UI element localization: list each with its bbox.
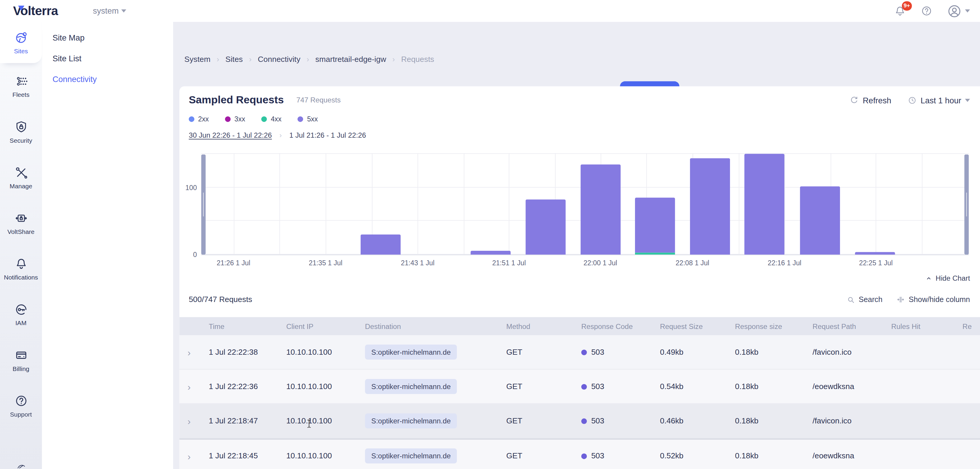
chart-bar[interactable] [855,252,895,255]
response-code-value: 503 [591,451,604,460]
rail-item-billing[interactable]: Billing [0,337,42,383]
tenant-label: system [93,6,119,16]
legend-item-2xx[interactable]: 2xx [189,115,209,123]
rail-item-label: Fleets [13,91,30,98]
legend-label: 5xx [307,115,318,123]
brush-handle-right[interactable] [964,155,969,255]
column-header-rules-hit[interactable]: Rules Hit [891,322,963,330]
table-toolbar: 500/747 Requests Search Show/hide column [189,295,970,304]
bar-segment-5xx [690,158,730,255]
top-header: Volterra system 9+ [0,0,980,22]
column-header-request-size[interactable]: Request Size [660,322,735,330]
tenant-selector[interactable]: system [93,6,126,16]
destination-pill[interactable]: S:optiker-michelmann.de [365,448,457,463]
bar-segment-5xx [855,252,895,255]
previous-range-link[interactable]: 30 Jun 22:26 - 1 Jul 22:26 [189,131,272,139]
chart-bar[interactable] [745,154,784,255]
requests-count-label: 500/747 Requests [189,295,252,304]
chart-bar[interactable] [800,186,840,255]
brush-handle-left[interactable] [201,155,206,255]
cell-destination[interactable]: S:optiker-michelmann.de [365,413,506,428]
notifications-bell-button[interactable]: 9+ [894,5,906,17]
chevron-up-icon [925,274,932,282]
chart-bar[interactable] [690,158,730,255]
chart-date-ranges: 30 Jun 22:26 - 1 Jul 22:26 › 1 Jul 21:26… [189,131,366,139]
rail-item-manage[interactable]: Manage [0,155,42,200]
status-dot-icon [581,384,587,389]
rail-item-label: Manage [10,182,32,189]
expand-row-chevron-icon[interactable]: › [188,381,209,392]
cell-request-path: /favicon.ico [813,348,891,356]
column-header-re[interactable]: Re [963,322,980,330]
breadcrumb-sites[interactable]: Sites [226,55,243,64]
chart-bar[interactable] [526,199,566,255]
user-menu-button[interactable] [947,3,970,19]
table-row[interactable]: ›1 Jul 22:18:4510.10.10.100S:optiker-mic… [179,439,980,469]
clock-icon [907,95,917,105]
share-lock-icon [14,211,28,225]
destination-pill[interactable]: S:optiker-michelmann.de [365,413,457,428]
x-axis-label: 22:16 1 Jul [768,259,802,266]
rail-item-security[interactable]: Security [0,109,42,155]
cell-response-size: 0.18kb [735,416,813,426]
sidebar-item-site-list[interactable]: Site List [42,48,173,69]
table-row[interactable]: ›1 Jul 22:18:4710.10.10.100S:optiker-mic… [179,404,980,439]
sidebar-item-site-map[interactable]: Site Map [42,27,173,48]
search-button[interactable]: Search [847,295,882,304]
cell-response-code: 503 [581,382,660,391]
response-code-value: 503 [591,382,604,391]
expand-row-chevron-icon[interactable]: › [188,347,209,357]
chart-bar[interactable] [361,234,401,255]
breadcrumb-connectivity[interactable]: Connectivity [258,55,300,64]
destination-pill[interactable]: S:optiker-michelmann.de [365,379,457,394]
hide-chart-button[interactable]: Hide Chart [925,274,970,282]
rail-item-label: Security [10,137,32,144]
breadcrumb-smartretail-edge-igw[interactable]: smartretail-edge-igw [315,55,386,64]
destination-pill[interactable]: S:optiker-michelmann.de [365,345,457,360]
gridline [876,153,877,255]
caret-down-icon [965,10,970,13]
chart-bar[interactable] [580,164,620,255]
y-axis-label: 0 [193,251,197,258]
cell-destination[interactable]: S:optiker-michelmann.de [365,379,506,394]
rail-item-iam[interactable]: IAM [0,291,42,337]
column-header-client-ip[interactable]: Client IP [286,322,365,330]
legend-item-5xx[interactable]: 5xx [298,115,318,123]
sidebar-item-connectivity[interactable]: Connectivity [42,69,173,89]
legend-item-4xx[interactable]: 4xx [261,115,282,123]
column-header-destination[interactable]: Destination [365,322,506,330]
rail-item-sites[interactable]: Sites [0,22,42,63]
legend-label: 2xx [198,115,209,123]
expand-row-chevron-icon[interactable]: › [188,416,209,426]
breadcrumb-system[interactable]: System [185,55,210,64]
expand-row-chevron-icon[interactable]: › [188,451,209,461]
cell-destination[interactable]: S:optiker-michelmann.de [365,345,506,360]
time-range-selector[interactable]: Last 1 hour [907,95,970,105]
column-header-time[interactable]: Time [208,322,286,330]
legend-item-3xx[interactable]: 3xx [225,115,245,123]
rail-item-voltshare[interactable]: VoltShare [0,200,42,246]
column-header-response-size[interactable]: Response size [735,322,813,330]
bar-segment-4xx [635,252,675,255]
column-header-method[interactable]: Method [506,322,581,330]
chart-bar[interactable] [471,250,511,255]
column-header-response-code[interactable]: Response Code [581,322,660,330]
refresh-button[interactable]: Refresh [850,95,891,105]
rail-item-support[interactable]: Support [0,383,42,428]
cell-destination[interactable]: S:optiker-michelmann.de [365,448,506,463]
table-row[interactable]: ›1 Jul 22:22:3810.10.10.100S:optiker-mic… [179,335,980,370]
help-button[interactable] [921,5,932,17]
column-header-request-path[interactable]: Request Path [813,322,891,330]
bell-icon [14,257,28,270]
cell-response-size: 0.18kb [735,348,813,356]
show-hide-column-button[interactable]: Show/hide column [896,295,970,304]
table-row[interactable]: ›1 Jul 22:22:3610.10.10.100S:optiker-mic… [179,370,980,404]
cell-request-size: 0.46kb [660,416,735,426]
volterra-logo: Volterra [13,4,58,18]
bar-segment-5xx [800,186,840,255]
rail-item-label: Support [10,411,32,418]
rail-item-fleets[interactable]: Fleets [0,63,42,108]
rail-item-notifications[interactable]: Notifications [0,246,42,291]
chart-bar[interactable] [635,198,675,254]
chart-request-count: 747 Requests [296,96,340,104]
